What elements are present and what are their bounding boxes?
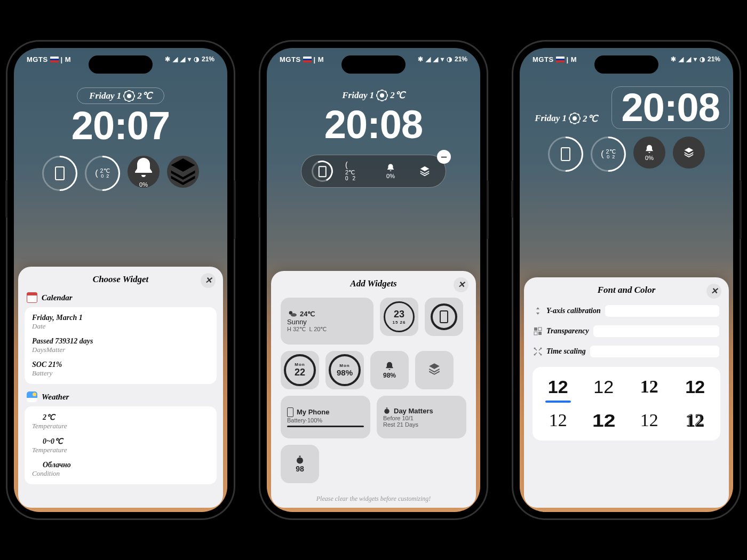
svg-point-4 [297, 458, 303, 464]
y-axis-slider[interactable] [605, 305, 719, 317]
widget-option-temperature[interactable]: 2℃Temperature [25, 410, 217, 434]
svg-point-2 [384, 409, 389, 414]
widget-option-battery[interactable]: SOC 21%Battery [25, 357, 217, 381]
font-color-sheet: Font and Color ✕ Y-axis calibration Tran… [524, 277, 729, 508]
signal-icon: ◢ [180, 55, 185, 63]
widget-chips: (2℃0 2 0% [520, 137, 733, 172]
weather-app-icon [27, 391, 37, 402]
bluetooth-icon: ✱ [165, 55, 170, 63]
tile-ring-23[interactable]: 2315 26 [380, 298, 418, 336]
close-button[interactable]: ✕ [706, 284, 721, 299]
signal-icon: ◢ [433, 55, 438, 63]
close-button[interactable]: ✕ [201, 273, 216, 288]
control-transparency[interactable]: Transparency [524, 321, 729, 341]
svg-rect-5 [299, 456, 301, 457]
wifi-icon: ▾ [694, 55, 697, 63]
phone-ring-icon [431, 303, 457, 330]
chip-weather[interactable]: (2℃0 2 [591, 137, 626, 172]
clock-time[interactable]: 20:08 [267, 102, 480, 147]
close-button[interactable]: ✕ [454, 277, 468, 292]
weather-card: 2℃Temperature 0~0℃Temperature ОблачноCon… [25, 406, 217, 484]
tile-mon-98[interactable]: Mon98% [325, 351, 364, 389]
notch [89, 55, 153, 74]
tile-day-matters[interactable]: Day Matters Before 10/1 Rest 21 Days [377, 396, 466, 438]
svg-rect-6 [534, 327, 537, 331]
chip-shortcuts[interactable] [414, 165, 436, 177]
battery-bar [287, 426, 364, 427]
timer-icon [295, 455, 305, 465]
cloud-icon [32, 462, 39, 469]
font-option-8[interactable]: 12 [675, 410, 716, 431]
font-option-6[interactable]: 12 [581, 410, 627, 431]
widget-row-selected[interactable]: – (2℃02 0% [301, 155, 446, 188]
carrier-label: MGTS [27, 55, 48, 63]
tile-bell-98[interactable]: 98% [370, 351, 409, 389]
chip-alarm[interactable]: 0% [379, 163, 402, 179]
chip-alarm[interactable]: 0% [633, 137, 665, 169]
font-option-7[interactable]: 12 [629, 410, 670, 431]
stack-icon [167, 156, 199, 188]
chip-shortcuts[interactable] [673, 137, 705, 169]
font-option-5[interactable]: 12 [538, 410, 578, 431]
date-weather-pill[interactable]: Friday 1 2℃ [77, 87, 164, 104]
scale-icon [534, 347, 542, 356]
bell-icon [644, 144, 655, 155]
scaling-slider[interactable] [590, 346, 719, 357]
sun-icon [378, 92, 386, 99]
bluetooth-icon: ✱ [671, 55, 676, 63]
date-weather-pill[interactable]: Friday 1 2℃ [330, 87, 416, 103]
battery-label: 21% [202, 55, 214, 63]
widget-option-condition[interactable]: ОблачноCondition [25, 458, 217, 481]
widget-option-temp-range[interactable]: 0~0℃Temperature [25, 434, 217, 458]
svg-rect-7 [538, 327, 542, 331]
flag-ru-icon [303, 57, 312, 62]
phone-2: MGTS| M ✱◢◢▾◑21% Friday 1 2℃ 20:08 – (2℃… [260, 42, 487, 518]
wifi-icon: ▾ [441, 55, 444, 63]
tile-weather[interactable]: 24℃ Sunny H 32℃ L 20℃ [281, 298, 374, 345]
chip-phone-battery[interactable] [548, 137, 583, 172]
chip-alarm[interactable]: 0% [128, 156, 160, 188]
tile-timer-98[interactable]: 98 [281, 445, 319, 483]
date-weather-pill[interactable]: Friday 1 2℃ [523, 111, 609, 126]
chip-weather[interactable]: (2℃0 2 [85, 156, 120, 191]
tile-shortcuts[interactable] [415, 351, 454, 389]
clock-time[interactable]: 20:08 [611, 86, 730, 129]
bell-icon [386, 163, 395, 173]
transparency-slider[interactable] [593, 325, 719, 337]
phone-icon [319, 166, 327, 177]
section-weather: Weather [18, 389, 223, 404]
sheet-title: Choose Widget [93, 274, 148, 284]
control-time-scaling[interactable]: Time scaling [524, 341, 729, 362]
clock-time[interactable]: 20:07 [14, 103, 227, 148]
widget-option-date[interactable]: Friday, March 1Date [25, 310, 217, 334]
svg-rect-9 [538, 332, 542, 335]
chip-weather[interactable]: (2℃02 [345, 161, 368, 181]
updown-icon [534, 307, 542, 315]
section-calendar: Calendar [18, 290, 223, 305]
font-option-2[interactable]: 12 [584, 377, 624, 397]
chip-shortcuts[interactable] [167, 156, 199, 188]
notch [341, 55, 406, 74]
control-y-axis[interactable]: Y-axis calibration [524, 301, 729, 321]
sun-icon [32, 414, 39, 422]
svg-point-10 [534, 348, 536, 349]
chip-phone-battery[interactable] [42, 156, 77, 191]
font-option-4[interactable]: 12 [675, 377, 716, 397]
chip-phone-battery[interactable] [311, 161, 333, 182]
timer-icon [383, 407, 391, 414]
font-option-1[interactable]: 12 [538, 377, 578, 397]
tile-phone-ring[interactable] [425, 298, 463, 336]
font-option-3[interactable]: 12 [629, 377, 670, 397]
sun-icon [32, 438, 39, 446]
widget-option-daysmatter[interactable]: Passed 739312 daysDaysMatter [25, 334, 217, 357]
bluetooth-icon: ✱ [418, 55, 423, 63]
widget-chips: (2℃0 2 0% [14, 156, 227, 191]
remove-widget-button[interactable]: – [437, 150, 451, 164]
tile-mon-22[interactable]: Mon22 [281, 351, 319, 389]
calendar-card: Friday, March 1Date Passed 739312 daysDa… [25, 307, 217, 384]
svg-point-11 [541, 348, 542, 349]
bell-icon [131, 156, 156, 181]
sheet-hint: Please clear the widgets before customiz… [271, 495, 476, 503]
tile-my-phone[interactable]: My Phone Battery·100% [281, 396, 370, 438]
svg-point-12 [534, 354, 536, 356]
